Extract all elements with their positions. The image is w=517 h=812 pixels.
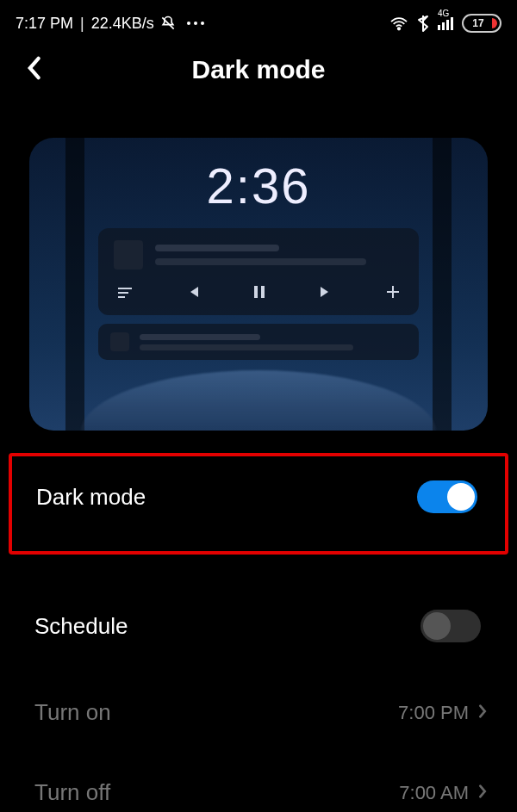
battery-icon: 17 <box>462 14 501 33</box>
dark-mode-preview: 2:36 <box>29 138 488 431</box>
preview-notif-card <box>98 324 419 360</box>
preview-text-line <box>155 258 366 265</box>
dark-mode-row[interactable]: Dark mode <box>12 456 505 517</box>
schedule-row[interactable]: Schedule <box>0 586 517 646</box>
preview-thumb <box>110 332 129 351</box>
svg-rect-2 <box>261 286 265 298</box>
turn-off-row[interactable]: Turn off 7:00 AM <box>0 755 517 809</box>
schedule-toggle[interactable] <box>420 610 481 642</box>
bluetooth-icon <box>417 15 429 32</box>
preview-text-line <box>140 334 260 340</box>
preview-clock: 2:36 <box>29 157 488 214</box>
back-button[interactable] <box>21 55 47 81</box>
turn-on-row[interactable]: Turn on 7:00 PM <box>0 675 517 729</box>
chevron-left-icon <box>26 56 41 80</box>
turn-off-label: Turn off <box>34 779 110 806</box>
svg-rect-1 <box>254 286 258 298</box>
status-time: 7:17 PM <box>16 15 73 33</box>
next-track-icon <box>319 285 333 303</box>
chevron-right-icon <box>477 784 488 803</box>
network-label: 4G <box>438 9 449 18</box>
plus-icon <box>386 285 400 303</box>
header: Dark mode <box>0 40 517 103</box>
pause-icon <box>253 285 265 303</box>
mute-icon <box>159 15 177 32</box>
preview-text-line <box>140 344 353 350</box>
preview-frame-left <box>65 138 84 431</box>
chevron-right-icon <box>477 704 488 722</box>
dark-mode-row-highlight: Dark mode <box>9 453 508 555</box>
schedule-label: Schedule <box>34 613 128 640</box>
wifi-icon <box>389 15 408 31</box>
turn-off-value: 7:00 AM <box>399 782 469 804</box>
turn-on-value: 7:00 PM <box>398 702 469 724</box>
status-bar: 7:17 PM | 22.4KB/s 4G <box>0 0 517 40</box>
status-left: 7:17 PM | 22.4KB/s <box>16 15 204 33</box>
status-net-speed: 22.4KB/s <box>91 15 154 33</box>
more-icon <box>187 22 204 25</box>
prev-track-icon <box>186 285 200 303</box>
svg-point-0 <box>398 28 401 30</box>
turn-on-label: Turn on <box>34 699 111 726</box>
dark-mode-toggle[interactable] <box>417 480 477 513</box>
preview-ground <box>81 370 436 431</box>
preview-media-controls <box>114 285 403 303</box>
page-title: Dark mode <box>0 55 517 84</box>
preview-text-line <box>155 245 279 251</box>
status-right: 4G 17 <box>389 14 501 33</box>
toggle-knob <box>447 483 475 511</box>
preview-frame-right <box>433 138 452 431</box>
battery-percent: 17 <box>472 17 483 29</box>
signal-icon: 4G <box>438 17 453 30</box>
status-separator: | <box>80 15 84 33</box>
preview-media-card <box>98 228 419 315</box>
dark-mode-label: Dark mode <box>36 484 146 511</box>
queue-icon <box>117 285 133 303</box>
toggle-knob <box>423 612 451 640</box>
preview-thumb <box>114 240 143 270</box>
